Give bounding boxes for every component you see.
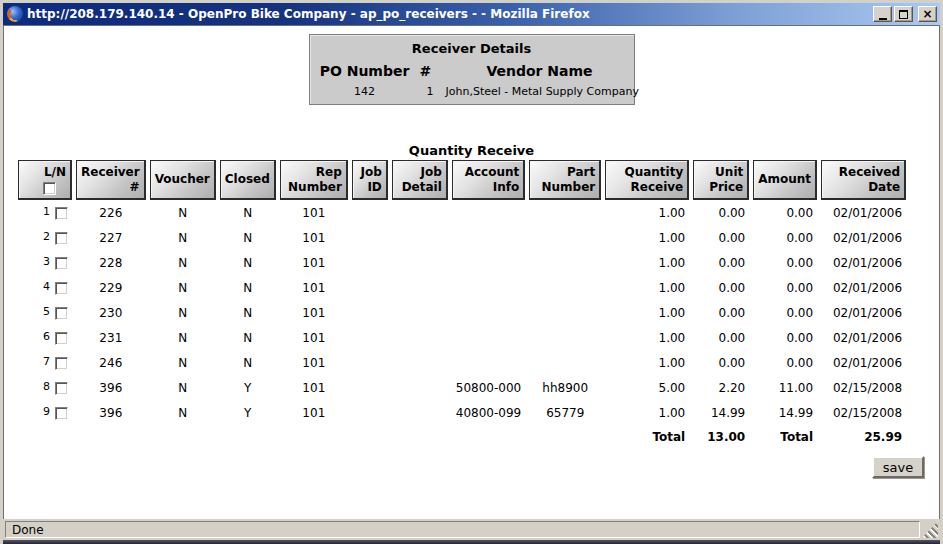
cell-rep-number: 101: [280, 250, 348, 275]
row-select-checkbox[interactable]: [55, 382, 68, 395]
receiver-details-title: Receiver Details: [310, 39, 634, 60]
cell-unit-price: 0.00: [693, 200, 749, 225]
row-line-number: 7: [43, 355, 50, 368]
save-button[interactable]: save: [872, 456, 924, 478]
maximize-button[interactable]: [894, 6, 913, 22]
line-count-header: #: [420, 60, 446, 82]
cell-amount: 0.00: [753, 200, 817, 225]
cell-quantity-receive: 1.00: [605, 225, 689, 250]
resize-grip-icon[interactable]: [922, 521, 938, 538]
save-row: save: [4, 449, 939, 478]
cell-rep-number: 101: [280, 225, 348, 250]
cell-received-date: 02/01/2006: [821, 225, 906, 250]
row-select-checkbox[interactable]: [55, 282, 68, 295]
cell-closed: N: [220, 250, 276, 275]
cell-rep-number: 101: [280, 350, 348, 375]
po-number-header: PO Number: [310, 60, 420, 82]
cell-account-info: [452, 200, 525, 225]
row-select-checkbox[interactable]: [55, 232, 68, 245]
cell-closed: N: [220, 225, 276, 250]
cell-rep-number: 101: [280, 400, 348, 425]
row-select-checkbox[interactable]: [55, 357, 68, 370]
cell-received-date: 02/15/2008: [821, 375, 906, 400]
receipts-table: L/N Receiver# Voucher Closed RepNumber J…: [14, 160, 910, 449]
cell-received-date: 02/01/2006: [821, 250, 906, 275]
row-select-checkbox[interactable]: [55, 307, 68, 320]
minimize-icon: [879, 18, 887, 20]
cell-line: 8: [18, 375, 72, 400]
cell-voucher: N: [150, 350, 216, 375]
amount-total-value: 25.99: [821, 425, 906, 449]
cell-receiver-number: 228: [76, 250, 146, 275]
col-header-part-number: PartNumber: [529, 160, 601, 200]
row-line-number: 3: [43, 255, 50, 268]
cell-job-detail: [392, 350, 448, 375]
cell-voucher: N: [150, 275, 216, 300]
line-count-value: 1: [420, 82, 446, 98]
cell-unit-price: 0.00: [693, 325, 749, 350]
amount-total-label: Total: [753, 425, 817, 449]
quantity-total-label: Total: [605, 425, 689, 449]
cell-quantity-receive: 1.00: [605, 275, 689, 300]
cell-rep-number: 101: [280, 300, 348, 325]
cell-line: 9: [18, 400, 72, 425]
receiver-details-headers: PO Number # Vendor Name: [310, 60, 634, 82]
cell-unit-price: 2.20: [693, 375, 749, 400]
window-title: http://208.179.140.14 - OpenPro Bike Com…: [27, 7, 873, 21]
row-select-checkbox[interactable]: [55, 407, 68, 420]
row-select-checkbox[interactable]: [55, 207, 68, 220]
cell-job-id: [352, 225, 388, 250]
vendor-name-header: Vendor Name: [446, 60, 634, 82]
cell-line: 1: [18, 200, 72, 225]
table-row: 6231NN1011.000.000.0002/01/2006: [18, 325, 906, 350]
browser-window: http://208.179.140.14 - OpenPro Bike Com…: [0, 0, 943, 544]
cell-receiver-number: 396: [76, 375, 146, 400]
cell-rep-number: 101: [280, 275, 348, 300]
receipts-table-body: 1226NN1011.000.000.0002/01/20062227NN101…: [18, 200, 906, 425]
cell-unit-price: 0.00: [693, 275, 749, 300]
table-row: 5230NN1011.000.000.0002/01/2006: [18, 300, 906, 325]
table-row: 1226NN1011.000.000.0002/01/2006: [18, 200, 906, 225]
col-header-amount: Amount: [753, 160, 817, 200]
cell-closed: N: [220, 275, 276, 300]
row-select-checkbox[interactable]: [55, 332, 68, 345]
cell-account-info: 50800-000: [452, 375, 525, 400]
title-bar[interactable]: http://208.179.140.14 - OpenPro Bike Com…: [3, 2, 940, 25]
cell-unit-price: 0.00: [693, 300, 749, 325]
cell-part-number: [529, 300, 601, 325]
row-line-number: 9: [43, 405, 50, 418]
cell-rep-number: 101: [280, 200, 348, 225]
minimize-button[interactable]: [873, 6, 892, 22]
cell-job-detail: [392, 400, 448, 425]
cell-rep-number: 101: [280, 375, 348, 400]
cell-quantity-receive: 1.00: [605, 325, 689, 350]
totals-spacer: [18, 425, 601, 449]
cell-line: 2: [18, 225, 72, 250]
cell-account-info: [452, 325, 525, 350]
po-number-value: 142: [310, 82, 420, 98]
cell-closed: Y: [220, 400, 276, 425]
cell-closed: N: [220, 300, 276, 325]
col-header-unit-price: UnitPrice: [693, 160, 749, 200]
cell-part-number: hh8900: [529, 375, 601, 400]
table-row: 4229NN1011.000.000.0002/01/2006: [18, 275, 906, 300]
cell-unit-price: 0.00: [693, 350, 749, 375]
cell-receiver-number: 227: [76, 225, 146, 250]
close-button[interactable]: ×: [918, 6, 937, 22]
select-all-checkbox[interactable]: [43, 182, 56, 195]
row-select-checkbox[interactable]: [55, 257, 68, 270]
cell-closed: N: [220, 325, 276, 350]
cell-part-number: [529, 225, 601, 250]
cell-job-detail: [392, 300, 448, 325]
cell-voucher: N: [150, 375, 216, 400]
cell-amount: 0.00: [753, 275, 817, 300]
row-line-number: 8: [43, 380, 50, 393]
cell-part-number: [529, 325, 601, 350]
cell-closed: N: [220, 350, 276, 375]
cell-account-info: [452, 275, 525, 300]
cell-line: 3: [18, 250, 72, 275]
col-header-job-id: JobID: [352, 160, 388, 200]
cell-receiver-number: 246: [76, 350, 146, 375]
cell-job-id: [352, 250, 388, 275]
table-row: 2227NN1011.000.000.0002/01/2006: [18, 225, 906, 250]
